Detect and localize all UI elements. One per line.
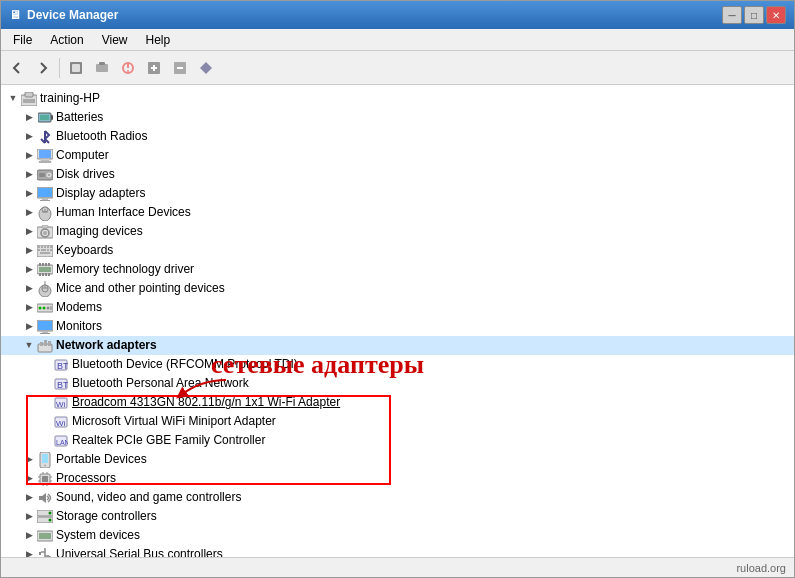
svg-point-24 [48,174,50,176]
root-label: training-HP [40,90,100,107]
tree-item-broadcom[interactable]: ▶ Wi Broadcom 4313GN 802.11b/g/n 1x1 Wi-… [1,393,794,412]
tree-item-ms-virtual-wifi[interactable]: ▶ Wi Microsoft Virtual WiFi Miniport Ada… [1,412,794,431]
toolbar-btn-3[interactable] [116,56,140,80]
bluetooth-radios-label: Bluetooth Radios [56,128,147,145]
tree-item-computer[interactable]: ▶ Computer [1,146,794,165]
keyboards-label: Keyboards [56,242,113,259]
svg-rect-54 [39,273,41,276]
toolbar-btn-4[interactable] [142,56,166,80]
ms-virtual-wifi-label: Microsoft Virtual WiFi Miniport Adapter [72,413,276,430]
menu-view[interactable]: View [94,31,136,49]
expander-system[interactable]: ▶ [21,528,37,544]
tree-item-memory[interactable]: ▶ Memory technology driver [1,260,794,279]
expander-batteries[interactable]: ▶ [21,110,37,126]
tree-item-disk-drives[interactable]: ▶ Disk drives [1,165,794,184]
expander-hid[interactable]: ▶ [21,205,37,221]
svg-rect-91 [42,476,48,482]
tree-item-batteries[interactable]: ▶ Batteries [1,108,794,127]
svg-rect-20 [41,159,49,161]
batteries-label: Batteries [56,109,103,126]
expander-usb[interactable]: ▶ [21,547,37,558]
tree-item-monitors[interactable]: ▶ Monitors [1,317,794,336]
toolbar-btn-2[interactable] [90,56,114,80]
usb-icon [37,547,53,558]
realtek-icon: LAN [53,433,69,449]
menu-file[interactable]: File [5,31,40,49]
portable-icon [37,452,53,468]
tree-item-hid[interactable]: ▶ Human Interface Devices [1,203,794,222]
expander-display-adapters[interactable]: ▶ [21,186,37,202]
tree-item-imaging[interactable]: ▶ Imaging devices [1,222,794,241]
maximize-button[interactable]: □ [744,6,764,24]
tree-item-usb[interactable]: ▶ Universal Serial Bus controllers [1,545,794,557]
svg-rect-75 [44,340,47,346]
sound-icon [37,490,53,506]
expander-processors[interactable]: ▶ [21,471,37,487]
expander-storage[interactable]: ▶ [21,509,37,525]
expander-monitors[interactable]: ▶ [21,319,37,335]
toolbar-btn-6[interactable] [194,56,218,80]
expander-keyboards[interactable]: ▶ [21,243,37,259]
expander-network-adapters[interactable]: ▼ [21,338,37,354]
tree-item-mice[interactable]: ▶ Mice and other pointing devices [1,279,794,298]
expander-disk-drives[interactable]: ▶ [21,167,37,183]
svg-rect-25 [39,173,45,177]
svg-point-104 [49,519,52,522]
toolbar-btn-5[interactable] [168,56,192,80]
root-icon [21,91,37,107]
svg-rect-21 [39,161,51,163]
back-button[interactable] [5,56,29,80]
bt-pan-label: Bluetooth Personal Area Network [72,375,249,392]
device-manager-window: 🖥 Device Manager ─ □ ✕ File Action View … [0,0,795,578]
processors-icon [37,471,53,487]
tree-item-portable[interactable]: ▶ Portable Devices [1,450,794,469]
toolbar-btn-1[interactable] [64,56,88,80]
monitors-label: Monitors [56,318,102,335]
system-label: System devices [56,527,140,544]
svg-point-66 [43,307,46,310]
svg-rect-72 [40,333,50,334]
forward-button[interactable] [31,56,55,80]
expander-mice[interactable]: ▶ [21,281,37,297]
tree-item-realtek[interactable]: ▶ LAN Realtek PCIe GBE Family Controller [1,431,794,450]
tree-item-network-adapters[interactable]: ▼ Network adapters [1,336,794,355]
tree-item-sound[interactable]: ▶ Sound, video and game controllers [1,488,794,507]
expander-imaging[interactable]: ▶ [21,224,37,240]
toolbar [1,51,794,85]
svg-point-102 [49,512,52,515]
tree-root[interactable]: ▼ training-HP [1,89,794,108]
tree-item-processors[interactable]: ▶ Processors [1,469,794,488]
svg-rect-35 [42,225,48,228]
sound-label: Sound, video and game controllers [56,489,241,506]
svg-point-89 [44,464,46,466]
tree-item-bt-pan[interactable]: ▶ BT Bluetooth Personal Area Network [1,374,794,393]
svg-rect-3 [99,62,105,65]
expander-sound[interactable]: ▶ [21,490,37,506]
expander-computer[interactable]: ▶ [21,148,37,164]
tree-item-bt-rfcomm[interactable]: ▶ BT Bluetooth Device (RFCOMM Protocol T… [1,355,794,374]
menu-action[interactable]: Action [42,31,91,49]
display-adapters-icon [37,186,53,202]
modems-icon [37,300,53,316]
tree-item-display-adapters[interactable]: ▶ Display adapters [1,184,794,203]
tree-item-keyboards[interactable]: ▶ Keyboards [1,241,794,260]
svg-rect-70 [38,321,52,330]
bluetooth-radios-icon [37,129,53,145]
tree-item-system[interactable]: ▶ System devices [1,526,794,545]
expander-root[interactable]: ▼ [5,91,21,107]
tree-item-bluetooth-radios[interactable]: ▶ Bluetooth Radios [1,127,794,146]
close-button[interactable]: ✕ [766,6,786,24]
svg-rect-29 [40,200,50,201]
minimize-button[interactable]: ─ [722,6,742,24]
svg-rect-2 [96,64,108,72]
expander-modems[interactable]: ▶ [21,300,37,316]
mice-icon [37,281,53,297]
tree-item-modems[interactable]: ▶ Modems [1,298,794,317]
expander-portable[interactable]: ▶ [21,452,37,468]
title-bar-controls: ─ □ ✕ [722,6,786,24]
tree-item-storage[interactable]: ▶ Storage controllers [1,507,794,526]
expander-memory[interactable]: ▶ [21,262,37,278]
expander-bluetooth-radios[interactable]: ▶ [21,129,37,145]
computer-icon [37,148,53,164]
menu-help[interactable]: Help [138,31,179,49]
